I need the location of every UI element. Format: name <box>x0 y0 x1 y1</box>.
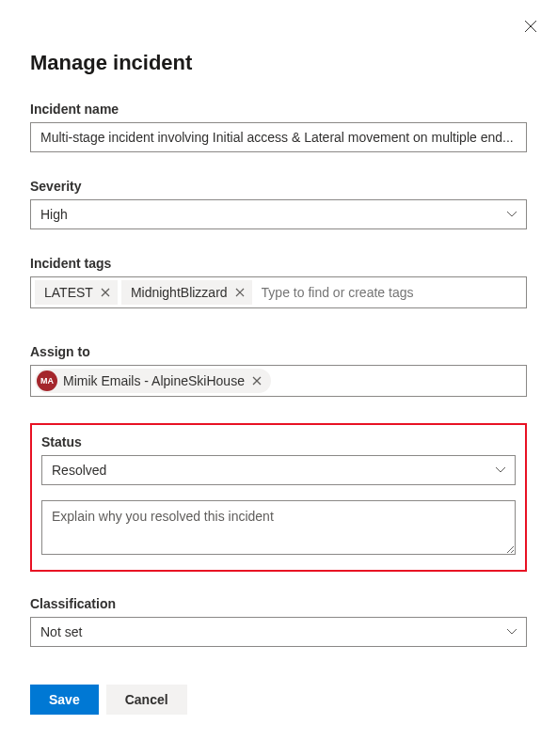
close-icon <box>524 20 537 33</box>
persona-chip: MA Mimik Emails - AlpineSkiHouse <box>35 369 271 393</box>
severity-group: Severity High <box>30 179 527 229</box>
tag-item: MidnightBlizzard <box>121 280 252 305</box>
assign-label: Assign to <box>30 344 527 359</box>
tag-label: MidnightBlizzard <box>131 285 228 300</box>
status-select[interactable]: Resolved <box>41 455 516 485</box>
severity-value: High <box>40 207 68 222</box>
tags-container[interactable]: LATEST MidnightBlizzard <box>30 276 527 308</box>
classification-select[interactable]: Not set <box>30 617 527 647</box>
incident-name-input[interactable] <box>30 122 527 152</box>
button-row: Save Cancel <box>30 685 527 715</box>
assign-container[interactable]: MA Mimik Emails - AlpineSkiHouse <box>30 365 527 397</box>
close-icon <box>252 376 262 386</box>
status-highlight: Status Resolved <box>30 423 527 572</box>
status-value: Resolved <box>52 463 106 478</box>
cancel-button[interactable]: Cancel <box>106 685 187 715</box>
page-title: Manage incident <box>30 51 527 75</box>
tags-input[interactable] <box>256 281 522 304</box>
tag-item: LATEST <box>35 280 118 305</box>
persona-name: Mimik Emails - AlpineSkiHouse <box>63 373 245 388</box>
persona-remove-button[interactable] <box>250 374 263 387</box>
tag-remove-button[interactable] <box>233 286 247 299</box>
incident-name-label: Incident name <box>30 102 527 117</box>
incident-name-group: Incident name <box>30 102 527 152</box>
classification-value: Not set <box>40 624 82 639</box>
classification-label: Classification <box>30 596 527 611</box>
close-icon <box>235 288 245 297</box>
tag-remove-button[interactable] <box>99 286 112 299</box>
severity-label: Severity <box>30 179 527 194</box>
tag-label: LATEST <box>44 285 93 300</box>
assign-group: Assign to MA Mimik Emails - AlpineSkiHou… <box>30 344 527 397</box>
classification-group: Classification Not set <box>30 596 527 647</box>
resolution-comment-input[interactable] <box>41 500 516 555</box>
severity-select[interactable]: High <box>30 199 527 229</box>
status-label: Status <box>41 434 516 449</box>
tags-group: Incident tags LATEST MidnightBlizzard <box>30 256 527 308</box>
status-group: Status Resolved <box>41 434 516 485</box>
save-button[interactable]: Save <box>30 685 99 715</box>
close-icon <box>101 288 110 297</box>
tags-label: Incident tags <box>30 256 527 271</box>
close-button[interactable] <box>521 17 540 36</box>
avatar: MA <box>37 370 57 391</box>
